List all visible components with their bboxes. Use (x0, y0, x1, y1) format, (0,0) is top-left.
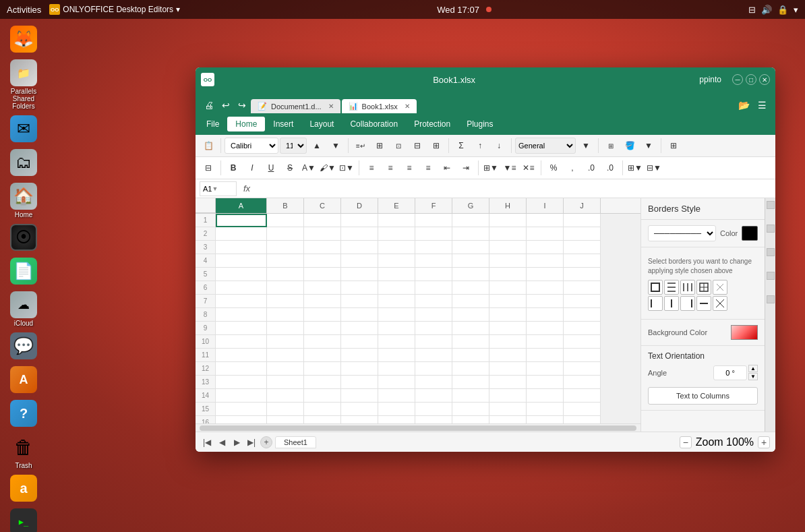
number-format-expand-btn[interactable]: ▼ (577, 137, 595, 154)
col-header-e[interactable]: E (378, 198, 415, 213)
zoom-in-btn[interactable]: + (758, 436, 770, 448)
desktop-icon-ubuntu-store[interactable]: A (3, 366, 44, 394)
cell-b1[interactable] (267, 214, 304, 227)
align-center-btn[interactable]: ≡ (382, 159, 399, 177)
sys-tray-icon2[interactable]: 🔊 (761, 5, 772, 15)
border-all-outer-btn[interactable] (648, 280, 663, 295)
row-num-13[interactable]: 13 (196, 376, 216, 389)
menu-layout[interactable]: Layout (301, 117, 342, 131)
row-num-9[interactable]: 9 (196, 322, 216, 335)
more-format-btn[interactable]: ⊞ (665, 137, 682, 154)
row-num-5[interactable]: 5 (196, 268, 216, 281)
desktop-icon-comments[interactable]: 💬 (3, 332, 44, 361)
border-top-h-btn[interactable] (696, 296, 711, 311)
format-expand-btn[interactable]: ▼ (640, 137, 657, 154)
maximize-button[interactable]: □ (746, 74, 756, 85)
desktop-icon-firefox[interactable]: 🦊 (3, 26, 44, 54)
conditional-format-btn[interactable]: ⊞ (602, 137, 620, 154)
col-header-h[interactable]: H (489, 198, 527, 213)
side-strip-btn5[interactable] (767, 295, 775, 303)
border-left-btn[interactable] (648, 296, 663, 311)
cell-a1[interactable] (216, 214, 267, 227)
cell-ref-dropdown[interactable]: ▼ (212, 185, 218, 192)
expand-btn[interactable]: ⊞ (427, 137, 445, 154)
grid-container[interactable]: 1 2 3 4 5 (196, 214, 640, 423)
strikethrough-btn[interactable]: S (281, 159, 299, 177)
book1-tab-close[interactable]: ✕ (405, 102, 410, 110)
cell-e1[interactable] (378, 214, 415, 227)
sort-desc-btn[interactable]: ↓ (490, 137, 508, 154)
paint-bucket-btn[interactable]: 🪣 (621, 137, 638, 154)
open-file-icon[interactable]: 📂 (735, 97, 753, 113)
col-header-g[interactable]: G (452, 198, 489, 213)
border-inner-h-btn[interactable] (680, 280, 695, 295)
desktop-icon-trash[interactable]: 🗑 Trash (3, 434, 44, 469)
border-inner-v-btn[interactable] (664, 280, 679, 295)
print-icon[interactable]: 🖨 (201, 97, 217, 113)
row-num-14[interactable]: 14 (196, 389, 216, 403)
highlight-color-btn[interactable]: 🖌▼ (319, 159, 336, 177)
add-sheet-btn[interactable]: + (260, 436, 272, 448)
border-none-btn[interactable] (713, 280, 727, 295)
desktop-icon-amazon[interactable]: a (3, 475, 44, 503)
row-num-15[interactable]: 15 (196, 403, 216, 416)
text-to-columns-btn[interactable]: Text to Columns (648, 387, 758, 405)
desktop-icon-files[interactable]: 🗂 (3, 149, 44, 177)
row-num-16[interactable]: 16 (196, 416, 216, 423)
desktop-icon-mail[interactable]: ✉ (3, 115, 44, 144)
border-right-btn[interactable] (680, 296, 695, 311)
cell-c1[interactable] (304, 214, 341, 227)
row-num-10[interactable]: 10 (196, 335, 216, 349)
filter-clear-btn[interactable]: ✕≡ (520, 159, 537, 177)
side-strip-btn1[interactable] (767, 201, 775, 209)
col-header-j[interactable]: J (564, 198, 601, 213)
merge-btn[interactable]: ⊡ (390, 137, 407, 154)
row-num-3[interactable]: 3 (196, 241, 216, 254)
menu-protection[interactable]: Protection (406, 117, 458, 131)
menu-plugins[interactable]: Plugins (458, 117, 501, 131)
cell-g1[interactable] (452, 214, 489, 227)
horizontal-scrollbar[interactable] (196, 423, 640, 432)
percent-btn[interactable]: % (545, 159, 562, 177)
col-header-d[interactable]: D (341, 198, 378, 213)
redo-icon[interactable]: ↪ (235, 97, 249, 113)
row-num-4[interactable]: 4 (196, 254, 216, 268)
dec-increase-btn[interactable]: .0 (583, 159, 600, 177)
border-center-v-btn[interactable] (664, 296, 679, 311)
sys-tray-icon1[interactable]: ⊟ (748, 5, 756, 15)
align-right-btn[interactable]: ⊟ (409, 137, 426, 154)
border-all-btn[interactable] (696, 280, 711, 295)
activities-button[interactable]: Activities (7, 5, 41, 15)
sheet-first-btn[interactable]: |◀ (201, 436, 213, 448)
underline-btn[interactable]: U (262, 159, 280, 177)
indent-inc-btn[interactable]: ⇥ (457, 159, 475, 177)
bg-color-swatch[interactable] (731, 325, 758, 340)
font-size-up-btn[interactable]: ▲ (308, 137, 326, 154)
angle-down-btn[interactable]: ▼ (748, 373, 758, 380)
desktop-icon-terminal[interactable]: ▶_ (3, 508, 44, 532)
sheet-tab-sheet1[interactable]: Sheet1 (275, 436, 316, 448)
cell-d1[interactable] (341, 214, 378, 227)
cell-i1[interactable] (527, 214, 564, 227)
thousands-btn[interactable]: , (564, 159, 581, 177)
border-diag-btn[interactable] (713, 296, 727, 311)
desktop-icon-home[interactable]: 🏠 Home (3, 183, 44, 218)
desktop-icon-parallels[interactable]: 📁 ParallelsSharedFolders (3, 59, 44, 110)
indent-dec-btn[interactable]: ⇤ (438, 159, 456, 177)
copy-btn[interactable]: ⊟ (200, 159, 217, 177)
menu-home[interactable]: Home (227, 117, 265, 131)
sum-btn[interactable]: Σ (452, 137, 470, 154)
row-num-1[interactable]: 1 (196, 214, 216, 227)
formula-input[interactable] (257, 181, 771, 196)
col-header-i[interactable]: I (527, 198, 564, 213)
sort-asc-btn[interactable]: ↑ (471, 137, 489, 154)
sys-tray-icon3[interactable]: 🔒 (777, 5, 788, 15)
cell-f1[interactable] (415, 214, 452, 227)
tab-document1[interactable]: 📝 Document1.d... ✕ (251, 99, 340, 113)
minimize-button[interactable]: ─ (732, 74, 743, 85)
number-format-select[interactable]: General (515, 138, 576, 154)
row-num-2[interactable]: 2 (196, 227, 216, 241)
justify-btn[interactable]: ≡ (419, 159, 437, 177)
sheet-next-btn[interactable]: ▶ (231, 436, 243, 448)
desktop-icon-icloud[interactable]: ☁ iCloud (3, 291, 44, 327)
